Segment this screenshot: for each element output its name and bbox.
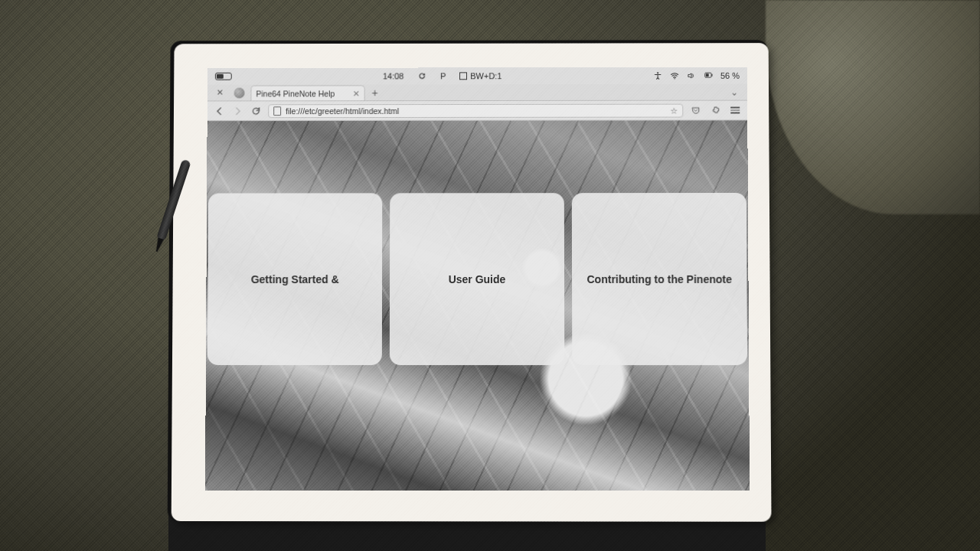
back-button[interactable]: [214, 105, 226, 117]
os-status-bar: 14:08 P BW+D:1: [207, 67, 747, 85]
card-user-guide[interactable]: User Guide: [390, 193, 564, 365]
photo-scene: 14:08 P BW+D:1: [0, 0, 980, 551]
display-mode[interactable]: BW+D:1: [459, 71, 501, 80]
battery-percent-label: 56 %: [720, 71, 740, 80]
bookmark-star-icon[interactable]: ☆: [670, 106, 678, 115]
refresh-icon[interactable]: [417, 71, 426, 80]
svg-point-0: [657, 72, 658, 73]
file-icon: [273, 106, 281, 116]
svg-rect-3: [711, 74, 712, 77]
svg-rect-2: [705, 73, 711, 77]
svg-point-1: [674, 78, 675, 79]
tab-title: Pine64 PineNote Help: [256, 89, 335, 98]
card-getting-started[interactable]: Getting Started &: [207, 193, 382, 365]
tablet-device: 14:08 P BW+D:1: [172, 43, 772, 522]
pocket-icon[interactable]: [689, 104, 701, 116]
extensions-icon[interactable]: [709, 104, 721, 116]
tab-close-icon[interactable]: ✕: [353, 89, 360, 98]
tabs-dropdown-icon[interactable]: ⌄: [726, 86, 743, 97]
tab-strip: ✕ Pine64 PineNote Help ✕ + ⌄: [207, 84, 747, 102]
url-text: file:///etc/greeter/html/index.html: [286, 106, 399, 116]
display-mode-label: BW+D:1: [470, 71, 501, 80]
loading-tab-icon[interactable]: [234, 87, 245, 98]
browser-window: ✕ Pine64 PineNote Help ✕ + ⌄: [205, 84, 750, 491]
square-icon: [459, 72, 467, 80]
volume-icon[interactable]: [687, 71, 696, 80]
browser-toolbar: file:///etc/greeter/html/index.html ☆: [207, 101, 748, 122]
url-bar[interactable]: file:///etc/greeter/html/index.html ☆: [268, 103, 683, 118]
battery-icon: [704, 71, 713, 80]
card-label: Getting Started &: [251, 273, 339, 285]
forward-button[interactable]: [231, 105, 243, 117]
card-label: User Guide: [449, 272, 506, 285]
mode-letter[interactable]: P: [440, 71, 446, 80]
accessibility-icon[interactable]: [653, 71, 662, 80]
close-icon[interactable]: ✕: [212, 88, 228, 98]
battery-pill-icon: [215, 73, 232, 80]
eink-screen: 14:08 P BW+D:1: [205, 67, 750, 491]
tablet-stand: [168, 505, 766, 551]
svg-rect-4: [706, 73, 709, 77]
webpage-content: Getting Started & User Guide Contributin…: [205, 120, 750, 491]
card-label: Contributing to the Pinenote: [587, 272, 732, 285]
browser-tab[interactable]: Pine64 PineNote Help ✕: [250, 85, 364, 100]
wifi-icon[interactable]: [670, 71, 679, 80]
menu-button[interactable]: [729, 104, 741, 116]
card-row: Getting Started & User Guide Contributin…: [206, 193, 749, 365]
couch-cushion: [766, 0, 980, 214]
clock-label: 14:08: [383, 71, 403, 80]
card-contributing[interactable]: Contributing to the Pinenote: [572, 193, 747, 365]
reload-button[interactable]: [250, 105, 262, 117]
stylus-pen: [127, 152, 211, 270]
new-tab-button[interactable]: +: [368, 86, 382, 99]
